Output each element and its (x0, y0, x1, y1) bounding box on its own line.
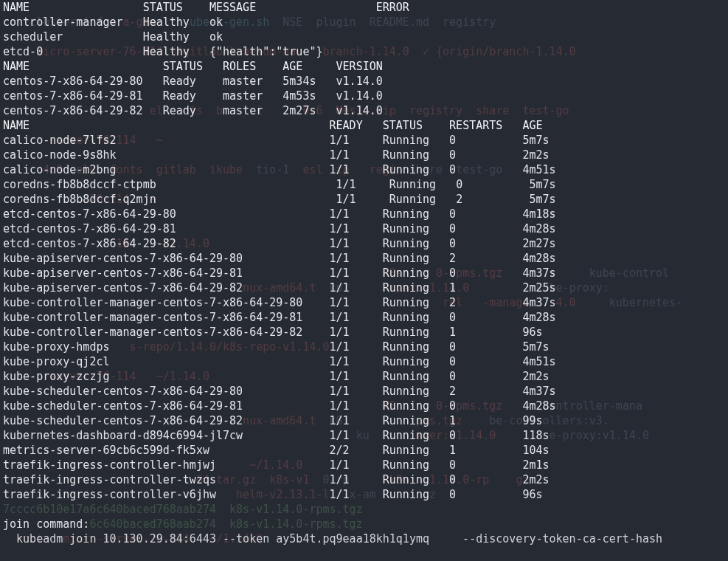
pod-row: kube-proxy-hmdps 1/1 Running 0 5m7s (3, 340, 550, 354)
pod-row: kube-controller-manager-centos-7-x86-64-… (3, 296, 556, 309)
pod-row: calico-node-m2bng 1/1 Running 0 4m51s (3, 163, 556, 176)
node-row: centos-7-x86-64-29-82 Ready master 2m27s… (3, 104, 383, 117)
join-command-label: join command: (3, 517, 89, 531)
pod-row: kube-scheduler-centos-7-x86-64-29-82 1/1… (3, 414, 543, 427)
pod-row: etcd-centos-7-x86-64-29-81 1/1 Running 0… (3, 222, 556, 235)
pod-row: metrics-server-69cb6c599d-fk5xw 2/2 Runn… (3, 444, 550, 457)
pod-row: coredns-fb8b8dccf-q2mjn 1/1 Running 2 5m… (3, 193, 556, 206)
pod-row: kube-proxy-qj2cl 1/1 Running 0 4m51s (3, 355, 556, 368)
pod-row: kube-apiserver-centos-7-x86-64-29-81 1/1… (3, 266, 556, 280)
pod-row: kube-controller-manager-centos-7-x86-64-… (3, 311, 556, 324)
pod-row: traefik-ingress-controller-v6jhw 1/1 Run… (3, 488, 543, 501)
pod-row: kube-proxy-zczjg 1/1 Running 0 2m2s (3, 370, 550, 383)
pod-row: etcd-centos-7-x86-64-29-82 1/1 Running 0… (3, 237, 556, 250)
pod-row: traefik-ingress-controller-hmjwj 1/1 Run… (3, 458, 550, 472)
pod-row: calico-node-7lfs2 1/1 Running 0 5m7s (3, 134, 550, 147)
pod-row: kube-apiserver-centos-7-x86-64-29-82 1/1… (3, 281, 556, 295)
pod-row: kube-scheduler-centos-7-x86-64-29-81 1/1… (3, 399, 556, 413)
pod-row: coredns-fb8b8dccf-ctpmb 1/1 Running 0 5m… (3, 178, 556, 191)
nodes-header: NAME STATUS ROLES AGE VERSION (3, 60, 383, 73)
pod-row: kube-controller-manager-centos-7-x86-64-… (3, 326, 543, 339)
node-row: centos-7-x86-64-29-81 Ready master 4m53s… (3, 89, 383, 103)
pod-row: traefik-ingress-controller-twzqs 1/1 Run… (3, 473, 550, 486)
cs-row: scheduler Healthy ok (3, 30, 223, 44)
join-command: kubeadm join 10.130.29.84:6443 --token a… (3, 532, 662, 545)
componentstatus-header: NAME STATUS MESSAGE ERROR (3, 1, 409, 14)
terminal-output: NAME STATUS MESSAGE ERROR controller-man… (0, 0, 728, 561)
pod-row: kube-scheduler-centos-7-x86-64-29-80 1/1… (3, 385, 556, 398)
pod-row: calico-node-9s8hk 1/1 Running 0 2m2s (3, 148, 550, 162)
pod-row: kubernetes-dashboard-d894c6994-jl7cw 1/1… (3, 429, 550, 442)
pods-header: NAME READY STATUS RESTARTS AGE (3, 119, 543, 132)
cs-row: etcd-0 Healthy {"health":"true"} (3, 45, 323, 58)
pod-row: etcd-centos-7-x86-64-29-80 1/1 Running 0… (3, 207, 556, 221)
pod-row: kube-apiserver-centos-7-x86-64-29-80 1/1… (3, 252, 556, 265)
cs-row: controller-manager Healthy ok (3, 16, 223, 29)
node-row: centos-7-x86-64-29-80 Ready master 5m34s… (3, 75, 383, 88)
